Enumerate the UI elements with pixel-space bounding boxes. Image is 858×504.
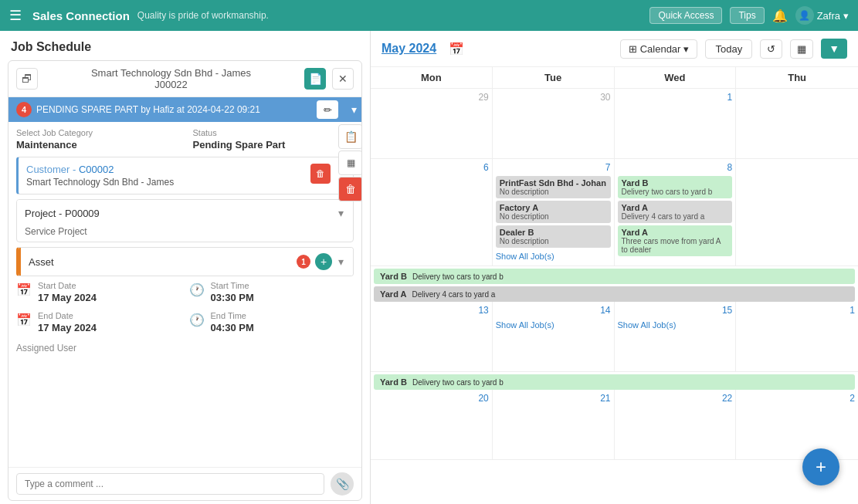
- span-yard-b-week4-sub: Delivery two cars to yard b: [412, 378, 504, 387]
- start-time-item: 🕐 Start Time 03:30 PM: [189, 281, 354, 303]
- event-printfast[interactable]: PrintFast Sdn Bhd - Johan No description: [496, 176, 611, 198]
- calendar-view-button[interactable]: ⊞ Calendar ▾: [620, 39, 698, 59]
- project-chevron-icon[interactable]: ▾: [337, 205, 345, 221]
- show-all-week2-tue[interactable]: Show All Job(s): [496, 250, 611, 262]
- week-row-2: 6 7 PrintFast Sdn Bhd - Johan No descrip…: [371, 159, 858, 266]
- attach-button[interactable]: 📎: [331, 472, 354, 496]
- project-name: Service Project: [17, 226, 353, 242]
- asset-header[interactable]: Asset 1 + ▾: [19, 248, 353, 276]
- start-time-label: Start Time: [211, 281, 254, 290]
- show-all-week3-tue[interactable]: Show All Job(s): [496, 319, 611, 331]
- asset-add-button[interactable]: +: [315, 253, 332, 270]
- cal-cell-15: 15 Show All Job(s): [615, 302, 737, 371]
- start-time-value: 03:30 PM: [211, 292, 254, 303]
- fab-add-button[interactable]: +: [802, 448, 839, 485]
- cal-cell-1: 1: [615, 89, 737, 158]
- page-title: Job Schedule: [0, 31, 370, 60]
- event-factory-a[interactable]: Factory A No description: [496, 201, 611, 223]
- delete-icon[interactable]: 🗑: [338, 177, 362, 201]
- status-bar-wrap: 4 PENDING SPARE PART by Hafiz at 2024-04…: [8, 97, 361, 122]
- event-dealer-b[interactable]: Dealer B No description: [496, 225, 611, 248]
- project-label: Project - P00009: [25, 208, 332, 219]
- tips-button[interactable]: Tips: [730, 7, 764, 24]
- day-header-mon: Mon: [371, 67, 493, 88]
- start-date-field: Start Date 17 May 2024: [38, 281, 97, 303]
- event-factory-a-title: Factory A: [500, 203, 607, 212]
- span-yard-a-week3-title: Yard A: [380, 289, 406, 299]
- filter-button[interactable]: ▼: [821, 39, 847, 59]
- datetime-grid: 📅 Start Date 17 May 2024 🕐 Start Time 03…: [16, 281, 354, 333]
- cal-cell-empty-1: [736, 89, 858, 158]
- status-field: Status Pending Spare Part: [193, 128, 354, 151]
- project-section: Project - P00009 ▾ Service Project: [16, 199, 354, 242]
- week-row-1: 29 30 1: [371, 89, 858, 159]
- job-card-header: 🗗 Smart Technology Sdn Bhd - James J0002…: [8, 61, 361, 97]
- event-printfast-sub: No description: [500, 188, 607, 196]
- edit-status-button[interactable]: ✏: [317, 100, 338, 119]
- cal-cell-22: 22: [615, 390, 737, 459]
- status-field-label: Status: [193, 128, 354, 137]
- day-headers: Mon Tue Wed Thu: [371, 67, 858, 89]
- span-yard-b-week4[interactable]: Yard B Delivery two cars to yard b: [374, 374, 855, 390]
- calendar-title[interactable]: May 2024: [382, 42, 436, 56]
- show-all-week3-wed[interactable]: Show All Job(s): [618, 319, 733, 331]
- comment-input[interactable]: [16, 473, 324, 495]
- calendar-icon[interactable]: 📅: [449, 42, 464, 56]
- document-icon[interactable]: 📄: [304, 68, 326, 90]
- customer-code[interactable]: C00002: [79, 164, 114, 175]
- date-7: 7: [496, 162, 611, 173]
- status-text: PENDING SPARE PART by Hafiz at 2024-04-2…: [36, 104, 260, 115]
- job-category-field: Select Job Category Maintenance: [16, 128, 178, 151]
- schedule-view-button[interactable]: ▦: [790, 39, 813, 59]
- cal-cell-empty-2: [736, 159, 858, 266]
- end-date-item: 📅 End Date 17 May 2024: [16, 311, 181, 333]
- asset-chevron-icon[interactable]: ▾: [337, 254, 345, 269]
- close-icon[interactable]: ✕: [332, 68, 354, 90]
- date-1: 1: [618, 92, 733, 103]
- bell-icon[interactable]: 🔔: [772, 8, 788, 23]
- event-yard-a-8-title: Yard A: [622, 203, 729, 212]
- right-panel: May 2024 📅 ⊞ Calendar ▾ Today ↺ ▦ ▼ Mon …: [371, 31, 858, 504]
- event-dealer-b-title: Dealer B: [500, 228, 607, 237]
- event-yard-b-8[interactable]: Yard B Delivery two cars to yard b: [618, 176, 733, 198]
- end-date-label: End Date: [38, 311, 97, 320]
- end-date-field: End Date 17 May 2024: [38, 311, 97, 333]
- customer-section: Customer - C00002 Smart Technology Sdn B…: [16, 157, 354, 194]
- job-category-value: Maintenance: [16, 139, 178, 151]
- cal-cell-21: 21: [493, 390, 615, 459]
- project-header[interactable]: Project - P00009 ▾: [17, 200, 353, 226]
- asset-section: Asset 1 + ▾: [16, 247, 354, 276]
- calendar-grid: Mon Tue Wed Thu 29 30 1: [371, 67, 858, 504]
- customer-delete-button[interactable]: 🗑: [310, 164, 331, 184]
- day-header-thu: Thu: [736, 67, 858, 88]
- date-6: 6: [374, 162, 489, 173]
- copy-icon[interactable]: 📋: [338, 124, 362, 149]
- date-21: 21: [496, 393, 611, 404]
- span-yard-a-week3[interactable]: Yard A Delivery 4 cars to yard a: [374, 286, 855, 302]
- hamburger-icon[interactable]: ☰: [9, 7, 22, 24]
- cal-cell-8: 8 Yard B Delivery two cars to yard b Yar…: [615, 159, 737, 266]
- event-yard-a-8b[interactable]: Yard A Three cars move from yard A to de…: [618, 225, 733, 256]
- span-yard-b-week4-title: Yard B: [380, 377, 407, 387]
- today-button[interactable]: Today: [705, 39, 752, 59]
- external-link-icon[interactable]: 🗗: [16, 68, 38, 90]
- event-yard-b-8-sub: Delivery two cars to yard b: [622, 188, 729, 196]
- span-yard-b-week3-title: Yard B: [380, 272, 407, 281]
- event-yard-a-8[interactable]: Yard A Delivery 4 cars to yard a: [618, 201, 733, 223]
- status-chevron-icon[interactable]: ▾: [351, 103, 357, 116]
- tagline: Quality is pride of workmanship.: [137, 10, 643, 21]
- left-panel: Job Schedule 🗗 Smart Technology Sdn Bhd …: [0, 31, 371, 504]
- span-yard-a-week3-sub: Delivery 4 cars to yard a: [412, 290, 496, 299]
- qr-icon[interactable]: ▦: [338, 151, 362, 175]
- refresh-button[interactable]: ↺: [760, 39, 782, 59]
- week-row-3-wrap: Yard B Delivery two cars to yard b Yard …: [371, 266, 858, 372]
- status-badge: 4: [16, 102, 32, 117]
- cal-cell-7: 7 PrintFast Sdn Bhd - Johan No descripti…: [493, 159, 615, 266]
- quick-access-button[interactable]: Quick Access: [649, 7, 722, 24]
- cal-cell-29: 29: [371, 89, 493, 158]
- event-yard-a-8b-sub: Three cars move from yard A to dealer: [622, 237, 729, 254]
- span-yard-b-week3[interactable]: Yard B Delivery two cars to yard b: [374, 269, 855, 284]
- event-factory-a-sub: No description: [500, 212, 607, 221]
- user-chevron-icon: ▾: [843, 10, 849, 22]
- user-menu[interactable]: 👤 Zafra ▾: [795, 6, 849, 25]
